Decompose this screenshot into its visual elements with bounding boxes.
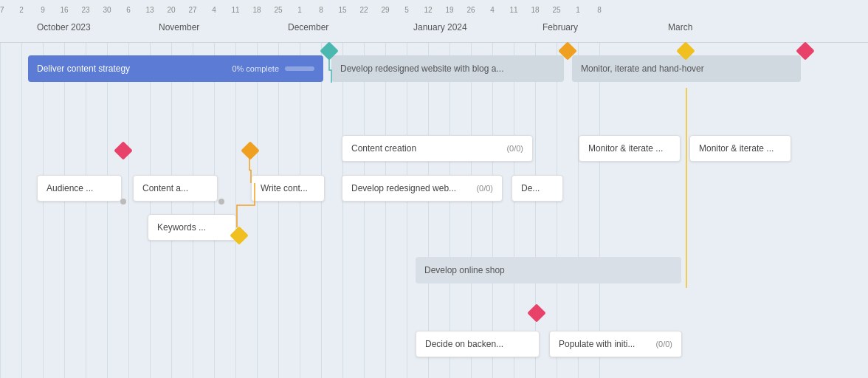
bar-de[interactable]: De... [512, 175, 563, 202]
row-dot-0 [120, 199, 126, 205]
bar-title: Monitor, iterate and hand-hover [581, 63, 704, 74]
bar-title: Develop online shop [424, 265, 505, 275]
diamond-marker-7 [527, 303, 545, 322]
progress-bar-visual [285, 66, 314, 71]
bar-title: Content creation [351, 143, 416, 154]
bar-title: Decide on backen... [425, 339, 503, 349]
bar-count: (0/0) [506, 144, 523, 153]
bar-count: (0/0) [476, 184, 493, 193]
diamond-marker-2 [241, 141, 259, 159]
bar-title: De... [521, 183, 540, 193]
bar-title: Monitor & iterate ... [699, 143, 774, 154]
bar-title: Keywords ... [157, 222, 206, 233]
bar-write-cont[interactable]: Write cont... [251, 175, 325, 202]
bar-title: Write cont... [261, 183, 308, 193]
bar-content-creation[interactable]: Content creation(0/0) [342, 135, 533, 162]
bar-monitor-iterate-1[interactable]: Monitor & iterate ... [579, 135, 681, 162]
bar-content-a[interactable]: Content a... [133, 175, 218, 202]
bar-audience[interactable]: Audience ... [37, 175, 122, 202]
bar-title: Populate with initi... [559, 339, 635, 349]
bar-title: Develop redesigned website with blog a..… [340, 63, 503, 74]
gantt-container: 2729162330613202741118251815222951219264… [0, 0, 868, 378]
bar-title: Deliver content strategy [37, 63, 130, 74]
bar-title: Develop redesigned web... [351, 183, 456, 193]
bar-develop-redesigned-web[interactable]: Develop redesigned web...(0/0) [342, 175, 503, 202]
bar-decide-on-backend[interactable]: Decide on backen... [416, 331, 540, 357]
bar-populate-with-initi[interactable]: Populate with initi...(0/0) [549, 331, 682, 357]
bar-develop-online-shop[interactable]: Develop online shop [416, 257, 681, 284]
bar-deliver-content-strategy[interactable]: Deliver content strategy0% complete [28, 55, 323, 82]
bar-title: Content a... [142, 183, 188, 193]
bar-develop-redesigned-website[interactable]: Develop redesigned website with blog a..… [331, 55, 564, 82]
bar-monitor-iterate-2[interactable]: Monitor & iterate ... [689, 135, 791, 162]
diamond-marker-1 [114, 141, 132, 159]
row-dot-1 [218, 199, 224, 205]
bar-keywords[interactable]: Keywords ... [148, 214, 236, 241]
bar-count: (0/0) [655, 340, 672, 348]
bar-title: Monitor & iterate ... [588, 143, 663, 154]
bar-progress: 0% complete [232, 64, 279, 73]
bar-title: Audience ... [46, 183, 93, 193]
